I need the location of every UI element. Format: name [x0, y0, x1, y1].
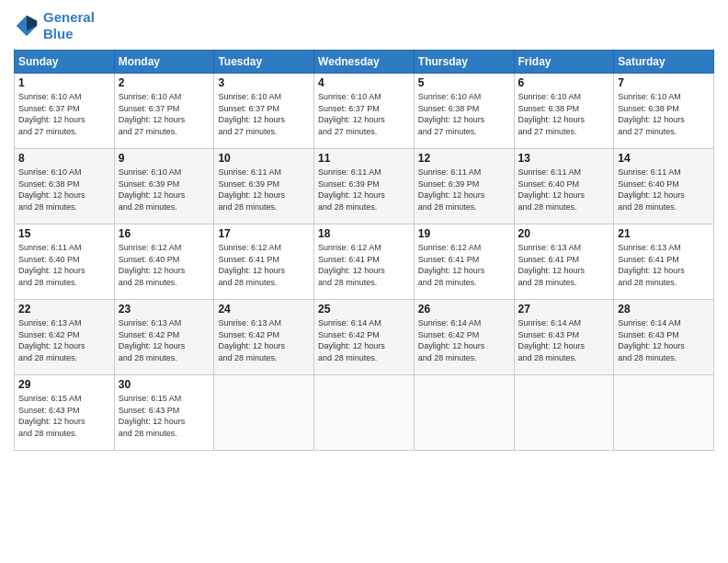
day-info: Sunrise: 6:11 AMSunset: 6:40 PMDaylight:… [18, 242, 110, 288]
calendar-cell: 11Sunrise: 6:11 AMSunset: 6:39 PMDayligh… [314, 149, 415, 224]
day-number: 13 [518, 152, 610, 165]
day-header-wednesday: Wednesday [314, 51, 415, 74]
calendar-cell: 18Sunrise: 6:12 AMSunset: 6:41 PMDayligh… [314, 224, 415, 300]
day-header-monday: Monday [114, 51, 214, 74]
day-header-thursday: Thursday [414, 51, 514, 74]
calendar-cell: 17Sunrise: 6:12 AMSunset: 6:41 PMDayligh… [214, 224, 314, 300]
calendar-cell: 21Sunrise: 6:13 AMSunset: 6:41 PMDayligh… [614, 224, 714, 300]
logo-text: General Blue [43, 9, 95, 42]
day-header-friday: Friday [514, 51, 614, 74]
day-info: Sunrise: 6:10 AMSunset: 6:38 PMDaylight:… [618, 91, 710, 137]
calendar-cell: 27Sunrise: 6:14 AMSunset: 6:43 PMDayligh… [514, 300, 614, 375]
calendar-cell: 4Sunrise: 6:10 AMSunset: 6:37 PMDaylight… [314, 74, 415, 149]
day-info: Sunrise: 6:13 AMSunset: 6:42 PMDaylight:… [18, 317, 110, 363]
day-number: 1 [18, 76, 110, 89]
day-number: 28 [618, 303, 710, 316]
day-number: 29 [18, 378, 110, 391]
day-number: 2 [119, 76, 210, 89]
day-number: 10 [218, 152, 310, 165]
day-number: 7 [618, 76, 710, 89]
header: General Blue [14, 9, 714, 42]
day-number: 5 [418, 76, 510, 89]
day-number: 19 [418, 227, 510, 240]
calendar-cell [314, 375, 415, 451]
day-info: Sunrise: 6:11 AMSunset: 6:39 PMDaylight:… [318, 167, 410, 213]
calendar-cell: 26Sunrise: 6:14 AMSunset: 6:42 PMDayligh… [414, 300, 514, 375]
day-number: 11 [318, 152, 410, 165]
day-info: Sunrise: 6:10 AMSunset: 6:37 PMDaylight:… [119, 91, 210, 137]
calendar-cell: 28Sunrise: 6:14 AMSunset: 6:43 PMDayligh… [614, 300, 714, 375]
calendar-cell: 1Sunrise: 6:10 AMSunset: 6:37 PMDaylight… [15, 74, 115, 149]
calendar-cell: 3Sunrise: 6:10 AMSunset: 6:37 PMDaylight… [214, 74, 314, 149]
day-info: Sunrise: 6:14 AMSunset: 6:42 PMDaylight:… [418, 317, 510, 363]
day-number: 30 [119, 378, 210, 391]
day-header-saturday: Saturday [614, 51, 714, 74]
day-info: Sunrise: 6:12 AMSunset: 6:41 PMDaylight:… [418, 242, 510, 288]
day-number: 16 [119, 227, 210, 240]
calendar-cell: 22Sunrise: 6:13 AMSunset: 6:42 PMDayligh… [15, 300, 115, 375]
day-number: 8 [18, 152, 110, 165]
day-number: 4 [318, 76, 410, 89]
calendar-cell: 2Sunrise: 6:10 AMSunset: 6:37 PMDaylight… [114, 74, 214, 149]
day-info: Sunrise: 6:15 AMSunset: 6:43 PMDaylight:… [119, 393, 210, 439]
calendar-cell: 14Sunrise: 6:11 AMSunset: 6:40 PMDayligh… [614, 149, 714, 224]
calendar-cell: 13Sunrise: 6:11 AMSunset: 6:40 PMDayligh… [514, 149, 614, 224]
day-info: Sunrise: 6:12 AMSunset: 6:41 PMDaylight:… [218, 242, 310, 288]
day-number: 3 [218, 76, 310, 89]
day-info: Sunrise: 6:10 AMSunset: 6:38 PMDaylight:… [18, 167, 110, 213]
calendar-cell: 24Sunrise: 6:13 AMSunset: 6:42 PMDayligh… [214, 300, 314, 375]
calendar-cell: 19Sunrise: 6:12 AMSunset: 6:41 PMDayligh… [414, 224, 514, 300]
logo: General Blue [14, 9, 95, 42]
day-number: 26 [418, 303, 510, 316]
calendar: SundayMondayTuesdayWednesdayThursdayFrid… [14, 50, 714, 451]
calendar-cell: 20Sunrise: 6:13 AMSunset: 6:41 PMDayligh… [514, 224, 614, 300]
day-number: 17 [218, 227, 310, 240]
day-info: Sunrise: 6:14 AMSunset: 6:42 PMDaylight:… [318, 317, 410, 363]
day-info: Sunrise: 6:11 AMSunset: 6:40 PMDaylight:… [618, 167, 710, 213]
calendar-cell: 29Sunrise: 6:15 AMSunset: 6:43 PMDayligh… [15, 375, 115, 451]
calendar-cell [614, 375, 714, 451]
day-info: Sunrise: 6:12 AMSunset: 6:41 PMDaylight:… [318, 242, 410, 288]
calendar-cell [514, 375, 614, 451]
calendar-cell: 25Sunrise: 6:14 AMSunset: 6:42 PMDayligh… [314, 300, 415, 375]
day-number: 24 [218, 303, 310, 316]
calendar-cell: 10Sunrise: 6:11 AMSunset: 6:39 PMDayligh… [214, 149, 314, 224]
day-info: Sunrise: 6:13 AMSunset: 6:41 PMDaylight:… [618, 242, 710, 288]
day-info: Sunrise: 6:10 AMSunset: 6:39 PMDaylight:… [119, 167, 210, 213]
calendar-cell: 16Sunrise: 6:12 AMSunset: 6:40 PMDayligh… [114, 224, 214, 300]
calendar-cell: 30Sunrise: 6:15 AMSunset: 6:43 PMDayligh… [114, 375, 214, 451]
calendar-body: 1Sunrise: 6:10 AMSunset: 6:37 PMDaylight… [15, 74, 714, 451]
day-info: Sunrise: 6:11 AMSunset: 6:39 PMDaylight:… [418, 167, 510, 213]
day-info: Sunrise: 6:10 AMSunset: 6:38 PMDaylight:… [418, 91, 510, 137]
day-info: Sunrise: 6:13 AMSunset: 6:42 PMDaylight:… [119, 317, 210, 363]
day-info: Sunrise: 6:13 AMSunset: 6:41 PMDaylight:… [518, 242, 610, 288]
day-number: 27 [518, 303, 610, 316]
day-number: 18 [318, 227, 410, 240]
day-info: Sunrise: 6:10 AMSunset: 6:37 PMDaylight:… [318, 91, 410, 137]
calendar-week-3: 15Sunrise: 6:11 AMSunset: 6:40 PMDayligh… [15, 224, 714, 300]
page: General Blue SundayMondayTuesdayWednesda… [0, 0, 728, 563]
day-number: 6 [518, 76, 610, 89]
day-info: Sunrise: 6:14 AMSunset: 6:43 PMDaylight:… [518, 317, 610, 363]
day-number: 15 [18, 227, 110, 240]
calendar-cell [214, 375, 314, 451]
day-number: 25 [318, 303, 410, 316]
calendar-cell: 7Sunrise: 6:10 AMSunset: 6:38 PMDaylight… [614, 74, 714, 149]
calendar-header-row: SundayMondayTuesdayWednesdayThursdayFrid… [15, 51, 714, 74]
day-number: 23 [119, 303, 210, 316]
calendar-week-4: 22Sunrise: 6:13 AMSunset: 6:42 PMDayligh… [15, 300, 714, 375]
calendar-cell: 23Sunrise: 6:13 AMSunset: 6:42 PMDayligh… [114, 300, 214, 375]
day-number: 21 [618, 227, 710, 240]
calendar-cell [414, 375, 514, 451]
day-info: Sunrise: 6:10 AMSunset: 6:37 PMDaylight:… [18, 91, 110, 137]
day-number: 12 [418, 152, 510, 165]
day-info: Sunrise: 6:11 AMSunset: 6:40 PMDaylight:… [518, 167, 610, 213]
day-number: 20 [518, 227, 610, 240]
calendar-cell: 15Sunrise: 6:11 AMSunset: 6:40 PMDayligh… [15, 224, 115, 300]
calendar-cell: 9Sunrise: 6:10 AMSunset: 6:39 PMDaylight… [114, 149, 214, 224]
day-info: Sunrise: 6:14 AMSunset: 6:43 PMDaylight:… [618, 317, 710, 363]
calendar-week-1: 1Sunrise: 6:10 AMSunset: 6:37 PMDaylight… [15, 74, 714, 149]
calendar-week-2: 8Sunrise: 6:10 AMSunset: 6:38 PMDaylight… [15, 149, 714, 224]
day-info: Sunrise: 6:10 AMSunset: 6:37 PMDaylight:… [218, 91, 310, 137]
day-number: 22 [18, 303, 110, 316]
